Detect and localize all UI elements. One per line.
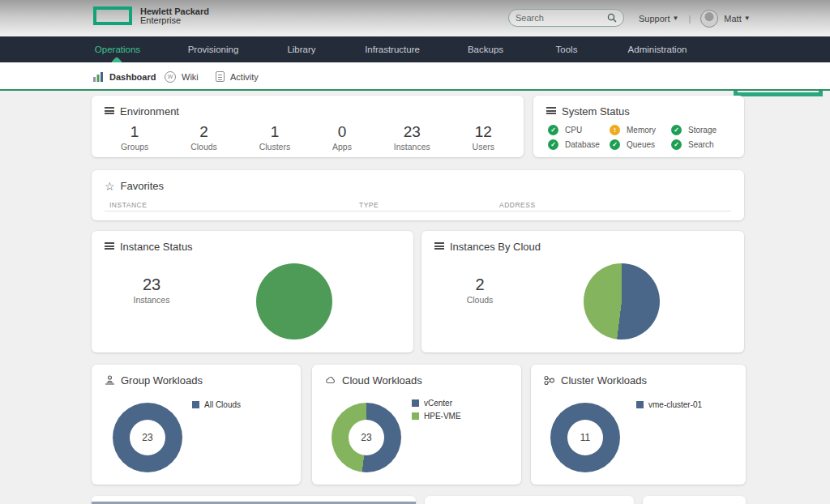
star-icon: ☆ [105, 182, 115, 191]
nav-item-library[interactable]: Library [287, 36, 315, 62]
stack-icon [546, 107, 556, 116]
stack-icon [105, 242, 114, 251]
bar-chart-icon [93, 71, 104, 82]
partial-card [425, 496, 634, 504]
status-ok-icon: ✓ [671, 125, 682, 135]
legend-vme-cluster-01: vme-cluster-01 [636, 400, 702, 409]
nav-item-infrastructure[interactable]: Infrastructure [365, 36, 420, 62]
cloud-workloads-donut: 23 [332, 403, 401, 472]
legend-swatch [412, 412, 419, 420]
app-header: Hewlett Packard Enterprise Support ▼ | M… [0, 0, 830, 36]
donut-center-value: 23 [142, 432, 152, 443]
sub-nav: Dashboard W Wiki Activity [0, 62, 830, 91]
cloud-workloads-card: Cloud Workloads 23 vCenter HPE-VME [312, 365, 521, 485]
nav-item-administration[interactable]: Administration [628, 36, 687, 62]
header-divider: | [688, 14, 691, 23]
card-title: Cloud Workloads [342, 374, 422, 387]
stack-icon [105, 107, 114, 116]
wiki-icon: W [165, 71, 176, 83]
nav-item-provisioning[interactable]: Provisioning [188, 36, 239, 62]
stat-label: Users [473, 142, 494, 152]
subnav-label: Dashboard [109, 72, 156, 82]
user-name: Matt [724, 14, 741, 23]
subnav-item-dashboard[interactable]: Dashboard [93, 62, 156, 91]
cluster-icon [544, 375, 555, 386]
group-workloads-card: Group Workloads 23 All Clouds [92, 365, 301, 485]
search-input[interactable] [516, 13, 607, 23]
stat-users[interactable]: 12 Users [473, 123, 494, 152]
partial-card [92, 496, 416, 504]
donut-center-value: 23 [361, 432, 371, 443]
legend-hpe-vme: HPE-VME [412, 412, 461, 421]
card-title: Instances By Cloud [450, 241, 541, 253]
stat-value: 1 [259, 123, 291, 141]
cloud-icon [325, 375, 336, 386]
activity-icon [216, 71, 225, 82]
main-nav: Operations Provisioning Library Infrastr… [0, 36, 830, 62]
status-database: ✓ Database [548, 139, 610, 150]
card-title: Environment [120, 105, 179, 117]
legend-label: All Clouds [204, 400, 241, 409]
status-label: Queues [627, 140, 655, 149]
instances-by-cloud-pie [584, 263, 660, 340]
hpe-logo: Hewlett Packard Enterprise [93, 6, 209, 25]
stat-groups[interactable]: 1 Groups [121, 123, 148, 152]
card-title: Favorites [121, 180, 164, 192]
instance-status-card: Instance Status 23 Instances [92, 231, 413, 352]
stat-value: 12 [473, 123, 494, 141]
cluster-workloads-card: Cluster Workloads 11 vme-cluster-01 [531, 365, 746, 485]
status-queues: ✓ Queues [610, 139, 671, 150]
stat-label: Instances [394, 142, 430, 152]
status-warning-icon: ! [610, 125, 620, 135]
stat-instances[interactable]: 23 Instances [394, 123, 430, 152]
card-title: Group Workloads [121, 374, 203, 387]
stat-value: 0 [332, 123, 352, 141]
search-box[interactable] [508, 9, 624, 27]
stat-apps[interactable]: 0 Apps [332, 123, 352, 152]
support-menu[interactable]: Support ▼ [639, 14, 678, 23]
column-header-address: ADDRESS [499, 201, 536, 209]
instances-by-cloud-card: Instances By Cloud 2 Clouds [421, 231, 744, 352]
status-memory: ! Memory [610, 125, 671, 135]
stat-clouds[interactable]: 2 Clouds [190, 123, 217, 152]
subnav-item-activity[interactable]: Activity [216, 62, 259, 91]
stat-clusters[interactable]: 1 Clusters [259, 123, 291, 152]
partial-card [643, 496, 746, 504]
donut-center-value: 11 [580, 432, 590, 443]
hpe-logo-mark [93, 6, 132, 25]
instance-count: 23 Instances [119, 275, 184, 305]
group-workloads-donut: 23 [113, 403, 182, 472]
subnav-label: Activity [230, 72, 259, 82]
favorites-card: ☆ Favorites INSTANCE TYPE ADDRESS [92, 170, 744, 220]
status-storage: ✓ Storage [671, 125, 733, 135]
stat-value: 2 [447, 275, 512, 294]
stat-value: 2 [190, 123, 217, 141]
legend-label: vCenter [424, 399, 452, 408]
status-label: Storage [688, 126, 717, 135]
table-header-divider [105, 211, 731, 211]
stat-label: Instances [119, 295, 184, 305]
brand-line2: Enterprise [140, 16, 209, 25]
nav-item-backups[interactable]: Backups [468, 36, 503, 62]
status-ok-icon: ✓ [671, 139, 682, 150]
search-icon[interactable] [607, 13, 617, 23]
card-title: Instance Status [120, 241, 193, 253]
cloud-count: 2 Clouds [447, 275, 512, 305]
instance-status-pie [256, 263, 332, 340]
legend-all-clouds: All Clouds [192, 400, 241, 409]
column-header-type: TYPE [359, 201, 379, 209]
column-header-instance: INSTANCE [109, 201, 147, 209]
status-label: CPU [565, 126, 582, 135]
subnav-item-wiki[interactable]: W Wiki [165, 62, 199, 91]
system-status-card: System Status ✓ CPU ! Memory ✓ Storage ✓… [533, 96, 744, 157]
environment-card: Environment 1 Groups 2 Clouds 1 Clusters… [92, 96, 524, 157]
legend-vcenter: vCenter [412, 399, 461, 408]
nav-item-tools[interactable]: Tools [556, 36, 578, 62]
legend-label: vme-cluster-01 [648, 400, 702, 409]
user-menu[interactable]: Matt ▼ [700, 10, 750, 28]
chevron-down-icon: ▼ [673, 15, 679, 22]
stack-icon [434, 242, 444, 251]
avatar[interactable] [700, 10, 718, 28]
chevron-down-icon: ▼ [744, 15, 751, 22]
group-icon [105, 375, 115, 386]
